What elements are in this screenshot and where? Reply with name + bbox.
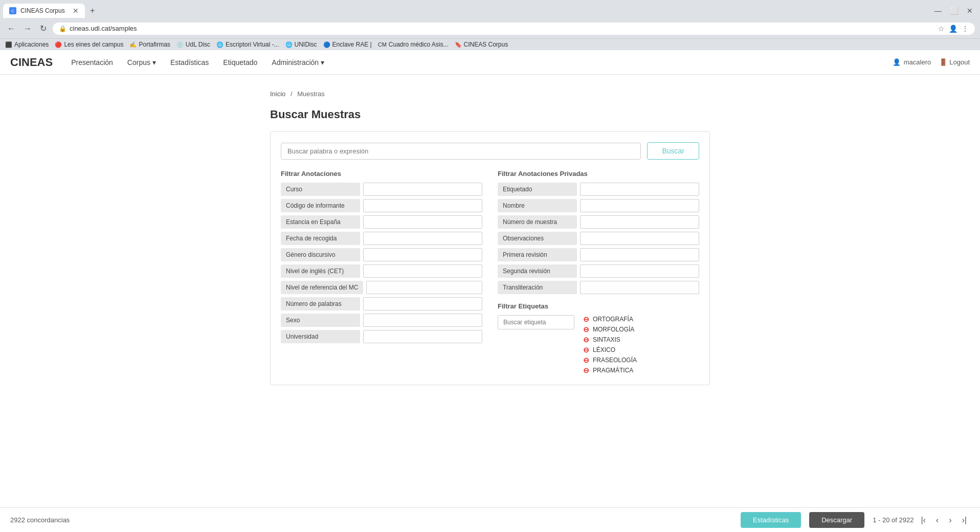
tag-item[interactable]: ⊖ SINTAXIS bbox=[583, 336, 637, 344]
restore-button[interactable]: ⬜ bbox=[947, 6, 962, 16]
bookmark-item[interactable]: 💿UdL Disc bbox=[176, 41, 210, 48]
private-filter-input[interactable] bbox=[580, 281, 699, 294]
bookmark-item[interactable]: ✍Portafirmas bbox=[129, 41, 170, 48]
annotation-filter-input[interactable] bbox=[363, 314, 482, 327]
private-filter-input[interactable] bbox=[580, 232, 699, 245]
filter-annotations-heading: Filtrar Anotaciones bbox=[281, 170, 482, 178]
private-filter-label: Transliteración bbox=[498, 281, 577, 294]
nav-item-corpus[interactable]: Corpus ▾ bbox=[121, 54, 162, 71]
filters-section: Filtrar Anotaciones Curso Código de info… bbox=[281, 170, 699, 374]
active-tab[interactable]: C CINEAS Corpus ✕ bbox=[3, 4, 85, 18]
annotation-filter-input[interactable] bbox=[366, 281, 482, 294]
first-page-button[interactable]: |‹ bbox=[918, 515, 928, 526]
bookmark-item[interactable]: 🌐Escriptori Virtual -... bbox=[216, 41, 279, 48]
annotation-filter-input[interactable] bbox=[363, 215, 482, 229]
breadcrumb-current: Muestras bbox=[297, 90, 324, 98]
nav-item-presentación[interactable]: Presentación bbox=[65, 54, 119, 71]
tag-remove-icon[interactable]: ⊖ bbox=[583, 346, 590, 354]
private-filter-row: Nombre bbox=[498, 199, 699, 212]
private-filter-row: Etiquetado bbox=[498, 183, 699, 196]
private-filter-row: Primera revisión bbox=[498, 248, 699, 261]
annotation-filter-input[interactable] bbox=[363, 264, 482, 278]
private-filter-input[interactable] bbox=[580, 215, 699, 229]
logout-icon: 🚪 bbox=[939, 58, 947, 66]
bookmark-item[interactable]: 🔖CINEAS Corpus bbox=[455, 41, 508, 48]
footer-stats-button[interactable]: Estadísticas bbox=[741, 512, 801, 528]
nav-item-administración[interactable]: Administración ▾ bbox=[265, 54, 330, 71]
prev-page-button[interactable]: ‹ bbox=[933, 515, 942, 526]
search-button[interactable]: Buscar bbox=[647, 142, 699, 160]
annotation-filter-input[interactable] bbox=[363, 297, 482, 311]
tag-remove-icon[interactable]: ⊖ bbox=[583, 315, 590, 323]
private-filter-input[interactable] bbox=[580, 199, 699, 212]
tag-item[interactable]: ⊖ LÉXICO bbox=[583, 346, 637, 354]
annotation-filter-row: Fecha de recogida bbox=[281, 232, 482, 245]
tag-item[interactable]: ⊖ FRASEOLOGÍA bbox=[583, 356, 637, 364]
breadcrumb-home[interactable]: Inicio bbox=[270, 90, 285, 98]
nav-user[interactable]: 👤 macalero bbox=[893, 58, 931, 66]
bookmark-item[interactable]: 🔵Enclave RAE | bbox=[323, 41, 372, 48]
forward-button[interactable]: → bbox=[21, 22, 34, 35]
profile-icon[interactable]: 👤 bbox=[949, 25, 957, 33]
footer-download-button[interactable]: Descargar bbox=[809, 512, 864, 528]
next-page-button[interactable]: › bbox=[946, 515, 954, 526]
tags-heading: Filtrar Etiquetas bbox=[498, 302, 699, 310]
annotation-filter-input[interactable] bbox=[363, 199, 482, 212]
breadcrumb-separator: / bbox=[291, 90, 293, 98]
tag-search-input[interactable] bbox=[498, 315, 574, 329]
bookmark-item[interactable]: CMCuadro médico Asis... bbox=[378, 41, 449, 48]
bookmark-item[interactable]: 🌐UNIDisc bbox=[285, 41, 317, 48]
annotation-filter-row: Estancia en España bbox=[281, 215, 482, 229]
annotation-filter-input[interactable] bbox=[363, 248, 482, 261]
search-input[interactable] bbox=[281, 143, 641, 160]
annotation-filter-row: Número de palabras bbox=[281, 297, 482, 311]
reload-button[interactable]: ↻ bbox=[38, 21, 49, 35]
tag-remove-icon[interactable]: ⊖ bbox=[583, 336, 590, 344]
app-footer: 2922 concordancias Estadísticas Descarga… bbox=[0, 507, 980, 531]
private-filter-input[interactable] bbox=[580, 264, 699, 278]
logout-label: Logout bbox=[949, 58, 970, 66]
annotation-filter-input[interactable] bbox=[363, 232, 482, 245]
new-tab-button[interactable]: + bbox=[85, 3, 100, 18]
tag-remove-icon[interactable]: ⊖ bbox=[583, 366, 590, 374]
private-filter-input[interactable] bbox=[580, 183, 699, 196]
tag-item[interactable]: ⊖ ORTOGRAFÍA bbox=[583, 315, 637, 323]
private-filter-input[interactable] bbox=[580, 248, 699, 261]
tab-close-button[interactable]: ✕ bbox=[73, 7, 79, 15]
bookmark-item[interactable]: ⬛Aplicaciones bbox=[5, 41, 49, 48]
private-filter-row: Transliteración bbox=[498, 281, 699, 294]
app-nav: CINEAS PresentaciónCorpus ▾EstadísticasE… bbox=[0, 50, 980, 75]
annotation-filter-label: Género discursivo bbox=[281, 248, 360, 261]
tag-item[interactable]: ⊖ MORFOLOGÍA bbox=[583, 325, 637, 334]
pagination-text: 1 - 20 of 2922 bbox=[873, 516, 914, 524]
tab-bar: C CINEAS Corpus ✕ + — ⬜ ✕ bbox=[0, 0, 980, 18]
close-button[interactable]: ✕ bbox=[964, 6, 976, 16]
private-filter-label: Etiquetado bbox=[498, 183, 577, 196]
annotation-filter-label: Sexo bbox=[281, 314, 360, 327]
nav-item-estadísticas[interactable]: Estadísticas bbox=[164, 54, 215, 71]
nav-logout[interactable]: 🚪 Logout bbox=[939, 58, 970, 66]
app-logo: CINEAS bbox=[10, 56, 53, 69]
minimize-button[interactable]: — bbox=[931, 6, 945, 16]
url-bar[interactable]: 🔒 cineas.udl.cat/samples ☆ 👤 ⋮ bbox=[53, 23, 975, 35]
bookmark-star-icon[interactable]: ☆ bbox=[938, 25, 945, 33]
tag-remove-icon[interactable]: ⊖ bbox=[583, 325, 590, 334]
annotation-filter-row: Nivel de referencia del MC bbox=[281, 281, 482, 294]
bookmark-item[interactable]: 🔴Les eines del campus bbox=[55, 41, 123, 48]
private-filter-label: Primera revisión bbox=[498, 248, 577, 261]
back-button[interactable]: ← bbox=[5, 22, 17, 35]
tag-item[interactable]: ⊖ PRAGMÁTICA bbox=[583, 366, 637, 374]
annotation-filter-input[interactable] bbox=[363, 330, 482, 343]
annotation-filter-label: Fecha de recogida bbox=[281, 232, 360, 245]
search-row: Buscar bbox=[281, 142, 699, 160]
lock-icon: 🔒 bbox=[59, 25, 66, 32]
tag-remove-icon[interactable]: ⊖ bbox=[583, 356, 590, 364]
nav-item-etiquetado[interactable]: Etiquetado bbox=[217, 54, 263, 71]
last-page-button[interactable]: ›| bbox=[959, 515, 970, 526]
nav-items: PresentaciónCorpus ▾EstadísticasEtiqueta… bbox=[65, 54, 893, 71]
username: macalero bbox=[904, 58, 931, 66]
menu-icon[interactable]: ⋮ bbox=[962, 25, 969, 33]
annotation-filter-row: Curso bbox=[281, 183, 482, 196]
tag-label: PRAGMÁTICA bbox=[593, 367, 633, 374]
annotation-filter-input[interactable] bbox=[363, 183, 482, 196]
